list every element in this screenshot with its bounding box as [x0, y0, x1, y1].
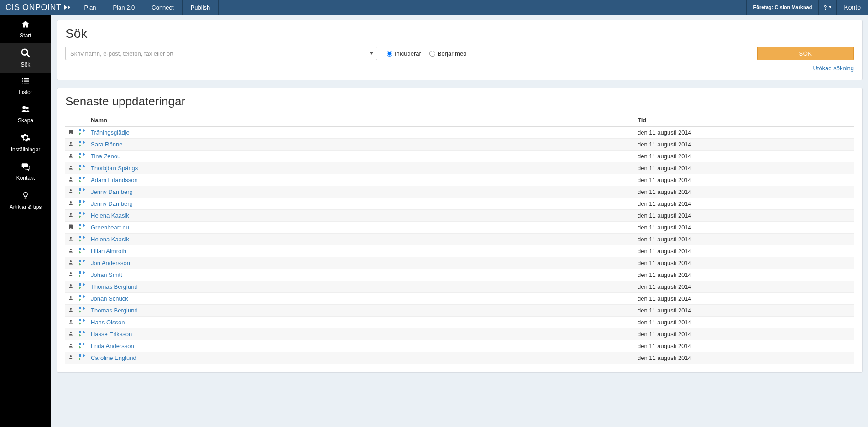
sidebar-item-label: Kontakt: [16, 175, 35, 181]
search-input[interactable]: [65, 47, 366, 60]
update-name-link[interactable]: Johan Schück: [91, 295, 128, 302]
svg-point-25: [70, 332, 72, 333]
update-time: den 11 augusti 2014: [635, 269, 854, 281]
svg-line-1: [27, 54, 30, 57]
update-name-link[interactable]: Jenny Damberg: [91, 200, 133, 207]
person-icon: [68, 331, 73, 338]
update-name-link[interactable]: Frida Andersson: [91, 343, 134, 349]
topnav-plan20[interactable]: Plan 2.0: [105, 0, 144, 15]
table-row: Lilian Almrothden 11 augusti 2014: [65, 245, 854, 257]
help-menu[interactable]: ?: [818, 0, 836, 15]
logo-arrows-icon: [64, 5, 70, 10]
person-icon: [68, 284, 73, 290]
sidebar-item-start[interactable]: Start: [0, 15, 51, 43]
account-menu[interactable]: Konto: [836, 0, 868, 15]
search-heading: Sök: [65, 26, 854, 41]
search-mode-radios: Inkluderar Börjar med: [387, 50, 466, 57]
search-dropdown-toggle[interactable]: [366, 47, 377, 60]
sidebar-item-sok[interactable]: Sök: [0, 43, 51, 73]
cision-item-icon: [79, 212, 85, 218]
update-time: den 11 augusti 2014: [635, 328, 854, 340]
update-name-link[interactable]: Hans Olsson: [91, 319, 125, 326]
svg-point-18: [70, 249, 72, 250]
cision-item-icon: [79, 224, 85, 230]
topnav-connect[interactable]: Connect: [143, 0, 182, 15]
update-name-link[interactable]: Thomas Berglund: [91, 283, 138, 290]
svg-rect-7: [24, 83, 29, 83]
radio-starts-input[interactable]: [429, 51, 435, 57]
table-row: Caroline Englundden 11 augusti 2014: [65, 352, 854, 364]
update-name-link[interactable]: Helena Kaasik: [91, 236, 129, 243]
cision-item-icon: [79, 259, 85, 266]
update-time: den 11 augusti 2014: [635, 340, 854, 352]
lightbulb-icon: [21, 190, 30, 203]
cision-item-icon: [79, 152, 85, 159]
update-name-link[interactable]: Lilian Almroth: [91, 248, 126, 255]
search-icon: [21, 48, 31, 60]
sidebar-item-skapa[interactable]: Skapa: [0, 100, 51, 128]
update-time: den 11 augusti 2014: [635, 139, 854, 151]
update-time: den 11 augusti 2014: [635, 257, 854, 269]
person-icon: [68, 248, 73, 255]
table-row: Träningsglädjeden 11 augusti 2014: [65, 127, 854, 139]
svg-rect-4: [22, 81, 23, 82]
sidebar-item-label: Sök: [21, 62, 31, 68]
person-icon: [68, 260, 73, 266]
update-name-link[interactable]: Jenny Damberg: [91, 188, 133, 195]
topnav-plan[interactable]: Plan: [76, 0, 105, 15]
update-name-link[interactable]: Sara Rönne: [91, 141, 122, 148]
table-row: Johan Schückden 11 augusti 2014: [65, 293, 854, 305]
cision-item-icon: [79, 176, 85, 182]
update-time: den 11 augusti 2014: [635, 317, 854, 328]
sidebar-item-artiklar[interactable]: Artiklar & tips: [0, 186, 51, 215]
person-icon: [68, 177, 73, 183]
search-button[interactable]: SÖK: [757, 47, 854, 60]
table-row: Helena Kaasikden 11 augusti 2014: [65, 234, 854, 245]
chat-icon: [21, 162, 31, 173]
update-name-link[interactable]: Thorbjörn Spängs: [91, 165, 138, 172]
svg-point-14: [70, 189, 72, 191]
col-name-header: Namn: [88, 114, 635, 127]
update-name-link[interactable]: Adam Erlandsson: [91, 177, 138, 183]
advanced-search-link[interactable]: Utökad sökning: [813, 65, 854, 72]
update-name-link[interactable]: Caroline Englund: [91, 354, 136, 361]
update-time: den 11 augusti 2014: [635, 198, 854, 210]
topnav-publish[interactable]: Publish: [183, 0, 219, 15]
radio-include[interactable]: Inkluderar: [387, 50, 421, 57]
table-row: Hasse Erikssonden 11 augusti 2014: [65, 328, 854, 340]
update-name-link[interactable]: Hasse Eriksson: [91, 331, 132, 338]
sidebar-item-kontakt[interactable]: Kontakt: [0, 157, 51, 186]
chevron-down-icon: [829, 6, 831, 8]
svg-point-21: [70, 284, 72, 286]
sidebar-item-installningar[interactable]: Inställningar: [0, 128, 51, 157]
users-icon: [20, 104, 31, 116]
book-icon: [68, 130, 73, 136]
radio-starts[interactable]: Börjar med: [429, 50, 467, 57]
cision-item-icon: [79, 318, 85, 325]
radio-include-input[interactable]: [387, 51, 392, 57]
update-name-link[interactable]: Träningsglädje: [91, 129, 130, 136]
update-time: den 11 augusti 2014: [635, 162, 854, 174]
search-input-group: [65, 47, 377, 60]
sidebar-item-listor[interactable]: Listor: [0, 73, 51, 100]
sidebar-item-label: Skapa: [18, 117, 33, 124]
cision-item-icon: [79, 200, 85, 206]
update-name-link[interactable]: Jon Andersson: [91, 260, 130, 266]
update-name-link[interactable]: Thomas Berglund: [91, 307, 138, 314]
radio-include-label: Inkluderar: [395, 50, 421, 57]
svg-point-27: [70, 355, 72, 357]
update-time: den 11 augusti 2014: [635, 234, 854, 245]
update-name-link[interactable]: Tina Zenou: [91, 153, 120, 160]
update-name-link[interactable]: Greenheart.nu: [91, 224, 129, 231]
svg-rect-2: [22, 78, 23, 79]
update-time: den 11 augusti 2014: [635, 305, 854, 317]
table-row: Thomas Berglundden 11 augusti 2014: [65, 305, 854, 317]
sidebar-item-label: Inställningar: [11, 146, 41, 153]
svg-point-26: [70, 344, 72, 345]
update-name-link[interactable]: Helena Kaasik: [91, 212, 129, 219]
table-row: Sara Rönneden 11 augusti 2014: [65, 139, 854, 151]
update-name-link[interactable]: Johan Smitt: [91, 271, 122, 278]
sidebar-item-label: Listor: [19, 89, 32, 95]
logo[interactable]: CISIONPOINT: [0, 0, 76, 15]
cision-item-icon: [79, 164, 85, 171]
